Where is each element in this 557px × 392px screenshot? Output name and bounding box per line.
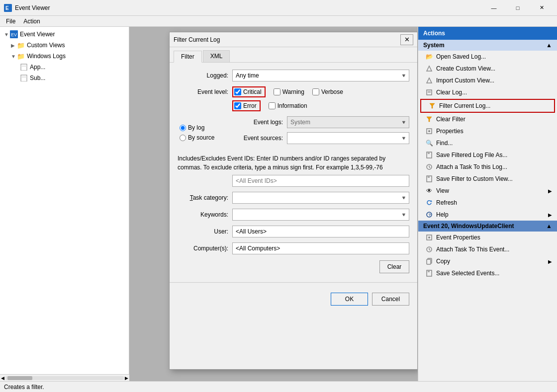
radio-bylog[interactable]: By log: [180, 124, 232, 131]
sidebar-item-windowslogs[interactable]: ▼ 📁 Windows Logs: [0, 51, 129, 62]
event-ids-input[interactable]: [232, 175, 409, 187]
svg-marker-8: [427, 66, 432, 71]
action-view[interactable]: 👁 View ▶: [418, 185, 557, 197]
warning-checkbox-label[interactable]: Warning: [274, 88, 304, 95]
dialog-tabs: Filter XML: [170, 47, 417, 63]
svg-text:E: E: [5, 5, 9, 11]
tab-xml[interactable]: XML: [203, 50, 230, 62]
action-attach-task[interactable]: Attach a Task To this Log...: [418, 161, 557, 173]
action-clear-log[interactable]: Clear Log...: [418, 86, 557, 98]
sidebar-item-sub[interactable]: Sub...: [0, 73, 129, 83]
action-open-saved-log[interactable]: 📂 Open Saved Log...: [418, 51, 557, 63]
minimize-button[interactable]: —: [482, 0, 505, 16]
cancel-button[interactable]: Cancel: [372, 293, 409, 306]
event-sources-label: Event sources:: [232, 135, 287, 142]
action-filter-current-log-label: Filter Current Log...: [439, 102, 490, 109]
action-event-properties-label: Event Properties: [436, 234, 480, 241]
action-save-filtered-log[interactable]: Save Filtered Log File As...: [418, 149, 557, 161]
svg-rect-5: [21, 66, 27, 67]
svg-marker-13: [430, 103, 435, 108]
action-create-custom-view[interactable]: Create Custom View...: [418, 63, 557, 75]
action-refresh[interactable]: Refresh: [418, 197, 557, 209]
sidebar-item-app[interactable]: App...: [0, 62, 129, 73]
save-selected-icon: [425, 269, 433, 277]
task-category-dropdown[interactable]: [232, 192, 409, 204]
critical-checkbox[interactable]: [234, 88, 241, 95]
system-section-header[interactable]: System ▲: [418, 40, 557, 51]
action-copy[interactable]: Copy ▶: [418, 255, 557, 267]
filter-icon: [428, 102, 436, 110]
action-help[interactable]: ? Help ▶: [418, 209, 557, 221]
event-section-header[interactable]: Event 20, WindowsUpdateClient ▲: [418, 221, 557, 232]
svg-marker-9: [427, 78, 432, 83]
action-event-properties[interactable]: Event Properties: [418, 232, 557, 243]
create-view-icon: [425, 65, 433, 73]
actions-panel: Actions System ▲ 📂 Open Saved Log... Cre…: [418, 27, 557, 381]
action-create-custom-view-label: Create Custom View...: [436, 65, 495, 72]
sidebar-item-eventviewer[interactable]: ▼ EV Event Viewer: [0, 29, 129, 40]
save-filtered-icon: [425, 151, 433, 159]
expand-arrow: ▼: [4, 32, 9, 37]
information-checkbox[interactable]: [269, 102, 276, 109]
event-logs-dropdown-wrapper[interactable]: System: [287, 116, 409, 128]
svg-rect-6: [21, 75, 27, 81]
filter-dialog: Filter Current Log ✕ Filter XML Logged:: [169, 32, 418, 370]
keywords-dropdown-wrapper[interactable]: [232, 209, 409, 221]
information-checkbox-label[interactable]: Information: [269, 102, 307, 109]
radio-bysource-input[interactable]: [180, 135, 186, 141]
user-input[interactable]: [232, 226, 409, 237]
user-input-wrapper: [232, 226, 409, 237]
event-sources-row: Event sources:: [232, 132, 409, 144]
action-import-custom-view[interactable]: Import Custom View...: [418, 75, 557, 86]
clear-log-icon: [425, 88, 433, 96]
critical-checkbox-label[interactable]: Critical: [234, 88, 262, 95]
action-find[interactable]: 🔍 Find...: [418, 137, 557, 149]
svg-text:EV: EV: [11, 32, 17, 37]
event-level-label: Event level:: [178, 88, 232, 95]
customviews-icon: 📁: [17, 41, 25, 49]
logged-label: Logged:: [178, 72, 232, 79]
event-logs-dropdown[interactable]: System: [287, 116, 409, 128]
horizontal-scrollbar[interactable]: ◀ ▶: [0, 374, 129, 381]
clear-row: Clear: [178, 260, 409, 273]
event-level-row: Event level: Critical: [178, 86, 409, 97]
action-attach-task-event[interactable]: Attach Task To This Event...: [418, 243, 557, 255]
logged-row: Logged: Any time: [178, 70, 409, 81]
action-clear-filter[interactable]: Clear Filter: [418, 113, 557, 125]
event-sources-dropdown[interactable]: [287, 132, 409, 144]
keywords-dropdown[interactable]: [232, 209, 409, 221]
ok-button[interactable]: OK: [331, 293, 368, 306]
action-properties[interactable]: Properties: [418, 125, 557, 137]
sidebar-item-customviews[interactable]: ▶ 📁 Custom Views: [0, 40, 129, 51]
warning-label: Warning: [282, 88, 304, 95]
tab-filter[interactable]: Filter: [174, 51, 202, 63]
verbose-checkbox[interactable]: [312, 88, 319, 95]
import-icon: [425, 77, 433, 84]
verbose-checkbox-label[interactable]: Verbose: [312, 88, 343, 95]
find-icon: 🔍: [425, 139, 433, 147]
svg-point-16: [428, 130, 430, 132]
dialog-close-button[interactable]: ✕: [400, 34, 413, 45]
close-button[interactable]: ✕: [530, 0, 553, 16]
radio-bysource[interactable]: By source: [180, 134, 232, 141]
event-sources-dropdown-wrapper[interactable]: [287, 132, 409, 144]
menu-file[interactable]: File: [2, 17, 19, 26]
action-save-filter-custom-view[interactable]: Save Filter to Custom View...: [418, 173, 557, 185]
clear-button[interactable]: Clear: [379, 260, 409, 273]
menu-action[interactable]: Action: [19, 17, 44, 26]
help-arrow: ▶: [548, 212, 552, 218]
task-category-dropdown-wrapper[interactable]: [232, 192, 409, 204]
action-save-selected-events[interactable]: Save Selected Events...: [418, 267, 557, 279]
warning-checkbox[interactable]: [274, 88, 280, 95]
error-checkbox-label[interactable]: Error: [234, 102, 257, 109]
actions-title: Actions: [423, 30, 445, 37]
action-filter-current-log[interactable]: Filter Current Log...: [420, 99, 555, 113]
computer-input[interactable]: [232, 242, 409, 254]
radio-bylog-input[interactable]: [180, 125, 186, 131]
main-layout: ▼ EV Event Viewer ▶ 📁 Custom Views ▼ 📁 W…: [0, 27, 557, 381]
logged-dropdown[interactable]: Any time: [232, 70, 409, 81]
svg-rect-33: [427, 259, 431, 264]
error-checkbox[interactable]: [234, 102, 241, 109]
logged-dropdown-wrapper[interactable]: Any time: [232, 70, 409, 81]
maximize-button[interactable]: □: [506, 0, 529, 16]
